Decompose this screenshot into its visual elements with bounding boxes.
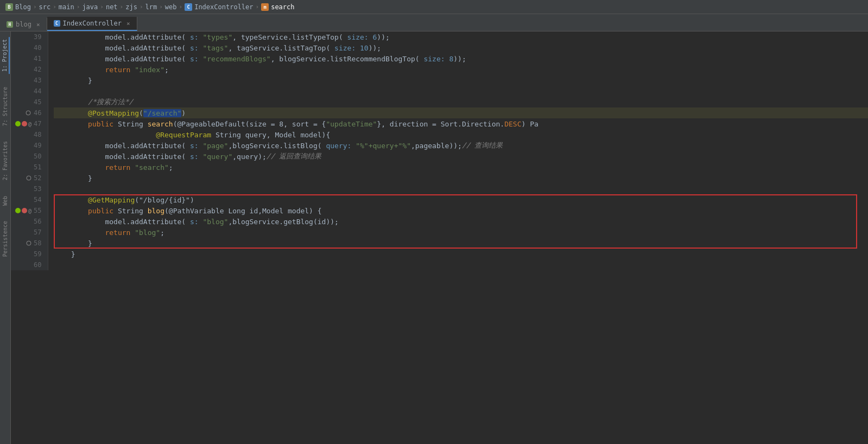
code-line-42: return "index"; — [54, 64, 868, 75]
method-icon: m — [261, 3, 269, 11]
line-44: 44 — [15, 86, 43, 97]
line-41: 41 — [15, 53, 43, 64]
sidebar-item-structure[interactable]: 7: Structure — [1, 85, 9, 128]
line-45: 45 — [15, 97, 43, 107]
line-43: 43 — [15, 75, 43, 86]
line-39: 39 — [15, 31, 43, 42]
code-line-44 — [54, 86, 868, 97]
line-42: 42 — [15, 64, 43, 75]
code-line-54: @GetMapping("/blog/{id}") — [54, 194, 868, 205]
line-48: 48 — [15, 129, 43, 140]
code-container: 39 40 41 42 43 44 45 46 @ 47 — [11, 31, 868, 270]
project-icon: B — [5, 3, 13, 11]
line-40: 40 — [15, 42, 43, 53]
code-line-52: } — [54, 173, 868, 183]
line-50: 50 — [15, 151, 43, 162]
code-line-43: } — [54, 75, 868, 86]
tab-blog[interactable]: H blog × — [0, 18, 47, 31]
sidebar-item-project[interactable]: 1: Project — [1, 37, 10, 74]
line-53: 53 — [15, 183, 43, 194]
tabs-bar: H blog × C IndexController × — [0, 14, 868, 31]
code-line-58: } — [54, 238, 868, 249]
breadcrumb-method[interactable]: m search — [261, 3, 294, 11]
line-52: 52 — [15, 173, 43, 183]
line-49: 49 — [15, 140, 43, 151]
line-54: 54 — [15, 194, 43, 205]
code-line-59: } — [54, 249, 868, 259]
code-line-45: /*搜索方法*/ — [54, 97, 868, 107]
arrow-icon-58 — [26, 240, 31, 246]
code-content: model.addAttribute( s: "types", typeServ… — [48, 31, 868, 270]
tab-indexcontroller[interactable]: C IndexController × — [47, 17, 137, 31]
code-line-56: model.addAttribute( s: "blog",blogServic… — [54, 216, 868, 227]
svg-point-0 — [26, 111, 30, 115]
break-icon-47 — [22, 121, 27, 126]
line-numbers: 39 40 41 42 43 44 45 46 @ 47 — [11, 31, 48, 270]
code-line-50: model.addAttribute( s: "query",query);//… — [54, 151, 868, 162]
sidebar-item-persistence[interactable]: Persistence — [1, 219, 9, 259]
line-60: 60 — [15, 259, 43, 270]
run-icon-47 — [15, 121, 21, 126]
svg-point-1 — [27, 176, 31, 180]
at-icon-47: @ — [28, 121, 31, 127]
tab-blog-close[interactable]: × — [36, 21, 40, 28]
sidebar-item-favorites[interactable]: 2: Favorites — [1, 139, 9, 182]
code-line-60 — [54, 259, 868, 270]
code-line-48: @RequestParam String query, Model model)… — [54, 129, 868, 140]
line-55: @ 55 — [15, 205, 43, 216]
line-46: 46 — [15, 107, 43, 118]
code-line-41: model.addAttribute( s: "recommendBlogs",… — [54, 53, 868, 64]
sidebar-left: 1: Project 7: Structure 2: Favorites Web… — [0, 31, 11, 444]
code-line-39: model.addAttribute( s: "types", typeServ… — [54, 31, 868, 42]
sidebar-item-web[interactable]: Web — [1, 194, 9, 208]
tab-controller-icon: C — [54, 20, 60, 27]
code-line-49: model.addAttribute( s: "page",blogServic… — [54, 140, 868, 151]
at-icon-55: @ — [28, 208, 31, 214]
code-line-40: model.addAttribute( s: "tags", tagServic… — [54, 42, 868, 53]
code-line-55: public String blog(@PathVariable Long id… — [54, 205, 868, 216]
run-icon-55 — [15, 208, 21, 213]
breadcrumb: B Blog › src › main › java › net › zjs ›… — [0, 0, 868, 14]
line-47: @ 47 — [15, 118, 43, 129]
code-line-53 — [54, 183, 868, 194]
tab-blog-icon: H — [7, 21, 13, 28]
code-line-47: public String search(@PageableDefault(si… — [54, 118, 868, 129]
break-icon-55 — [22, 208, 27, 213]
arrow-icon-52 — [26, 175, 31, 181]
svg-point-2 — [27, 241, 31, 245]
code-line-46: @PostMapping("/search") — [54, 107, 868, 118]
breadcrumb-blog[interactable]: B Blog — [5, 3, 31, 11]
line-58: 58 — [15, 238, 43, 249]
code-area[interactable]: 39 40 41 42 43 44 45 46 @ 47 — [11, 31, 868, 444]
line-59: 59 — [15, 249, 43, 259]
tab-indexcontroller-close[interactable]: × — [126, 20, 130, 27]
red-outline-section: @GetMapping("/blog/{id}") public String … — [54, 194, 868, 249]
line-51: 51 — [15, 162, 43, 173]
line-57: 57 — [15, 227, 43, 238]
main-area: 1: Project 7: Structure 2: Favorites Web… — [0, 31, 868, 444]
class-icon: C — [185, 3, 192, 11]
line-56: 56 — [15, 216, 43, 227]
code-line-57: return "blog"; — [54, 227, 868, 238]
code-line-51: return "search"; — [54, 162, 868, 173]
